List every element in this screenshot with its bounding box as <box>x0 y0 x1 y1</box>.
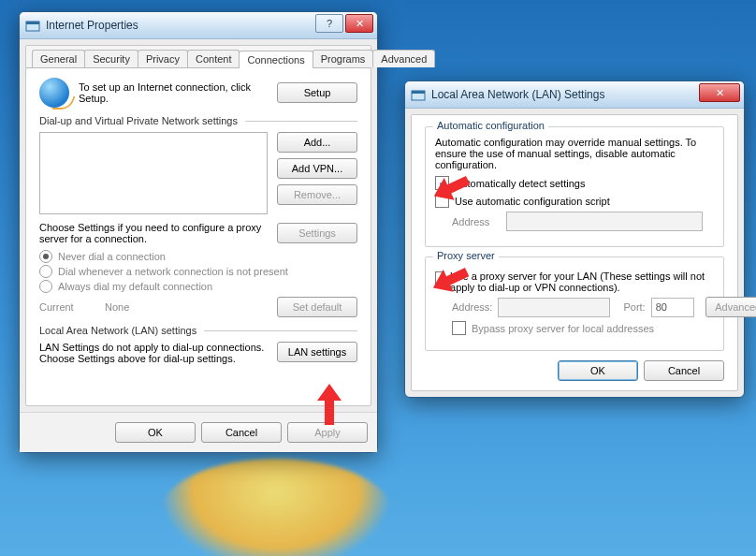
add-vpn-button[interactable]: Add VPN... <box>277 158 357 179</box>
titlebar[interactable]: Local Area Network (LAN) Settings ✕ <box>405 81 744 109</box>
settings-button[interactable]: Settings <box>277 223 357 243</box>
add-button[interactable]: Add... <box>277 132 357 153</box>
connections-listbox[interactable] <box>39 132 268 214</box>
radio-label: Dial whenever a network connection is no… <box>58 266 288 277</box>
checkbox-label: Use a proxy server for your LAN (These s… <box>450 271 714 293</box>
tab-advanced[interactable]: Advanced <box>372 50 435 67</box>
button-label: OK <box>590 365 605 376</box>
checkbox-use-proxy[interactable]: Use a proxy server for your LAN (These s… <box>435 271 714 293</box>
button-label: Cancel <box>225 427 257 438</box>
radio-icon <box>39 265 52 278</box>
window-title: Internet Properties <box>46 19 138 32</box>
button-label: Apply <box>314 427 341 438</box>
tab-general[interactable]: General <box>32 50 85 67</box>
tab-label: Connections <box>247 54 304 66</box>
tab-programs[interactable]: Programs <box>313 50 374 67</box>
tab-connections[interactable]: Connections <box>239 51 313 68</box>
group-lan-legend: Local Area Network (LAN) settings <box>39 325 357 336</box>
tab-label: Privacy <box>146 53 180 65</box>
radio-label: Never dial a connection <box>58 251 166 262</box>
tab-strip: General Security Privacy Content Connect… <box>26 46 371 68</box>
checkbox-label: Use automatic configuration script <box>455 196 610 207</box>
lan-note-2: Choose Settings above for dial-up settin… <box>39 353 268 364</box>
dialog-footer: OK Cancel Apply <box>20 412 377 452</box>
group-auto-config: Automatic configuration Automatic config… <box>425 126 724 247</box>
titlebar[interactable]: Internet Properties ? ✕ <box>20 12 377 39</box>
tab-content[interactable]: Content <box>187 50 240 67</box>
auto-note: Automatic configuration may override man… <box>435 137 714 170</box>
tab-label: Security <box>93 53 130 65</box>
button-label: Cancel <box>668 365 700 376</box>
choose-settings-text: Choose Settings if you need to configure… <box>39 222 268 244</box>
internet-options-icon <box>25 18 40 33</box>
button-label: Add... <box>304 137 331 148</box>
internet-options-icon <box>411 87 426 102</box>
lan-settings-dialog: Local Area Network (LAN) Settings ✕ Auto… <box>404 80 745 398</box>
button-label: Add VPN... <box>292 163 342 174</box>
radio-always-dial[interactable]: Always dial my default connection <box>39 280 357 293</box>
apply-button[interactable]: Apply <box>287 422 368 443</box>
svg-rect-3 <box>412 91 425 94</box>
setup-button[interactable]: Setup <box>277 82 357 103</box>
proxy-port-input <box>651 298 694 317</box>
radio-never-dial[interactable]: Never dial a connection <box>39 250 357 263</box>
tab-label: Content <box>196 53 232 65</box>
radio-icon <box>39 250 52 263</box>
remove-button[interactable]: Remove... <box>277 184 357 205</box>
help-button[interactable]: ? <box>315 14 343 33</box>
group-legend: Proxy server <box>433 250 499 261</box>
ok-button[interactable]: OK <box>115 422 196 443</box>
advanced-button[interactable]: Advanced <box>705 297 756 317</box>
set-default-button[interactable]: Set default <box>277 297 357 317</box>
port-label: Port: <box>623 301 645 313</box>
button-label: Set default <box>293 301 342 313</box>
legend-label: Dial-up and Virtual Private Network sett… <box>39 115 238 126</box>
ok-button[interactable]: OK <box>558 360 638 381</box>
svg-rect-1 <box>26 22 39 24</box>
proxy-address-input <box>498 298 610 317</box>
checkbox-icon <box>435 271 444 285</box>
radio-icon <box>39 280 52 293</box>
current-label: Current <box>39 301 95 313</box>
globe-icon <box>39 78 69 108</box>
intro-text: To set up an Internet connection, click … <box>79 81 268 104</box>
button-label: LAN settings <box>288 346 346 358</box>
group-proxy: Proxy server Use a proxy server for your… <box>425 256 724 351</box>
script-address-input <box>506 212 703 231</box>
internet-properties-dialog: Internet Properties ? ✕ General Security… <box>19 11 378 453</box>
current-value: None <box>105 301 268 313</box>
radio-label: Always dial my default connection <box>58 281 212 292</box>
checkbox-label: Bypass proxy server for local addresses <box>472 323 654 334</box>
button-label: Advanced <box>715 301 756 313</box>
radio-dial-whenever[interactable]: Dial whenever a network connection is no… <box>39 265 357 278</box>
checkbox-bypass-local[interactable]: Bypass proxy server for local addresses <box>452 321 714 335</box>
close-button[interactable]: ✕ <box>345 14 373 33</box>
button-label: Remove... <box>294 189 341 200</box>
button-label: OK <box>148 427 163 438</box>
close-button[interactable]: ✕ <box>699 83 740 102</box>
button-label: Settings <box>298 227 336 239</box>
proxy-address-label: Address: <box>452 301 492 313</box>
cancel-button[interactable]: Cancel <box>644 360 724 381</box>
checkbox-auto-detect[interactable]: Automatically detect settings <box>435 176 714 190</box>
checkbox-icon <box>452 321 466 335</box>
checkbox-auto-script[interactable]: Use automatic configuration script <box>435 194 714 208</box>
lan-settings-button[interactable]: LAN settings <box>277 342 357 362</box>
tab-label: Programs <box>321 53 366 65</box>
button-label: Setup <box>304 87 331 98</box>
checkbox-icon <box>435 194 449 208</box>
lan-note-1: LAN Settings do not apply to dial-up con… <box>39 342 268 353</box>
cancel-button[interactable]: Cancel <box>201 422 282 443</box>
legend-label: Local Area Network (LAN) settings <box>39 325 196 336</box>
tab-privacy[interactable]: Privacy <box>138 50 188 67</box>
group-legend: Automatic configuration <box>433 120 548 131</box>
desktop-decoration <box>159 459 393 556</box>
checkbox-label: Automatically detect settings <box>455 178 585 189</box>
address-label: Address <box>452 216 501 227</box>
tab-security[interactable]: Security <box>84 50 138 67</box>
checkbox-icon <box>435 176 449 190</box>
group-dialup-legend: Dial-up and Virtual Private Network sett… <box>39 115 357 126</box>
window-title: Local Area Network (LAN) Settings <box>431 88 604 101</box>
tab-label: Advanced <box>381 53 427 65</box>
tab-label: General <box>40 53 77 65</box>
